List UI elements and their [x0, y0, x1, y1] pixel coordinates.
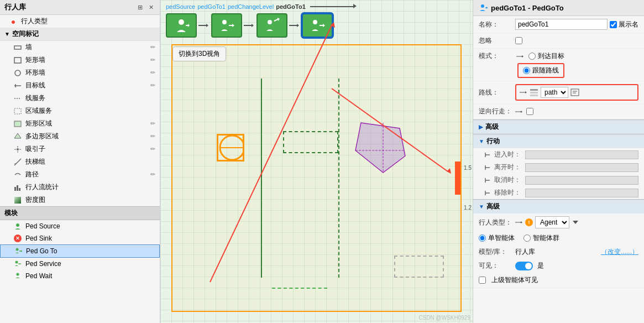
poly-area-icon	[13, 132, 22, 141]
svg-marker-41	[297, 24, 299, 27]
section-advanced2[interactable]: ▼ 高级	[473, 199, 644, 213]
collapse-icon[interactable]: ✕	[146, 3, 155, 12]
parent-agent-checkbox[interactable]	[479, 277, 486, 284]
mode-option2-label[interactable]: 跟随路线	[523, 66, 559, 75]
svg-point-54	[481, 4, 484, 8]
mode-option1-label[interactable]: 到达目标	[528, 51, 564, 61]
rect-area-edit-icon[interactable]: ✏	[150, 120, 155, 127]
sidebar-item-poly-area[interactable]: 多边形区域 ✏	[0, 130, 160, 143]
sidebar-item-line-service[interactable]: 线服务	[0, 92, 160, 105]
sidebar-item-flow-stats[interactable]: 行人流统计	[0, 181, 160, 194]
target-line-edit-icon[interactable]: ✏	[150, 82, 155, 89]
escalator-icon	[13, 158, 22, 166]
sidebar-item-path[interactable]: 路径 ✏	[0, 168, 160, 181]
svg-point-9	[17, 148, 19, 150]
route-select[interactable]: path	[541, 87, 568, 98]
svg-marker-79	[573, 221, 578, 224]
breadcrumb-source[interactable]: pedSource	[166, 3, 195, 10]
visible-toggle: 是	[515, 261, 544, 270]
expand-icon[interactable]: ⊞	[135, 3, 144, 12]
svg-rect-61	[530, 89, 538, 91]
route-label: 路线：	[479, 88, 512, 97]
sidebar-item-density-map[interactable]: 密度图	[0, 194, 160, 206]
canvas-circle	[217, 134, 244, 162]
sidebar-item-ped-service[interactable]: Ped Service	[0, 258, 160, 270]
multi-agent-label[interactable]: 智能体群	[523, 233, 559, 243]
sidebar-item-ped-sink[interactable]: ✕ Ped Sink	[0, 232, 160, 244]
sidebar-item-area-service[interactable]: 区域服务	[0, 105, 160, 117]
svg-marker-39	[278, 18, 280, 21]
switch-3d-button[interactable]: 切换到3D视角	[172, 46, 226, 61]
reverse-checkbox[interactable]	[526, 108, 533, 115]
flow-arrow-2	[244, 22, 255, 29]
dashed-rect-bottom	[394, 256, 444, 278]
name-input[interactable]	[515, 19, 608, 30]
flow-node-goto2[interactable]	[302, 13, 333, 38]
multi-radio[interactable]	[523, 235, 531, 242]
breadcrumb-change[interactable]: pedChangeLevel	[228, 3, 274, 10]
agent-select-wrap: ! Agent	[515, 216, 638, 228]
path-edit-icon[interactable]: ✏	[150, 171, 155, 178]
sidebar-item-ped-wait[interactable]: Ped Wait	[0, 270, 160, 282]
show-checkbox[interactable]	[610, 21, 617, 28]
enter-icon	[484, 152, 491, 158]
single-radio[interactable]	[479, 235, 486, 242]
advanced1-arrow-icon: ▶	[479, 124, 483, 130]
remove-icon	[484, 190, 491, 196]
sidebar-item-attractor[interactable]: 吸引子 ✏	[0, 143, 160, 155]
visible-toggle-switch[interactable]	[515, 262, 533, 270]
sidebar-section-space[interactable]: ▼ 空间标记	[0, 28, 160, 41]
mode-label: 模式：	[479, 51, 512, 61]
ped-sink-label: Ped Sink	[25, 235, 155, 242]
right-panel-header: pedGoTo1 - PedGoTo	[473, 0, 644, 16]
ring-wall-edit-icon[interactable]: ✏	[150, 69, 155, 76]
sidebar-item-wall[interactable]: 墙 ✏	[0, 41, 160, 54]
area-service-icon	[13, 107, 22, 116]
visible-value-text: 是	[537, 261, 544, 270]
section-advanced1[interactable]: ▶ 高级	[473, 119, 644, 134]
sidebar-item-ped-source[interactable]: Ped Source	[0, 220, 160, 232]
sidebar-item-escalator[interactable]: 扶梯组	[0, 155, 160, 168]
mode-radio1[interactable]	[528, 53, 536, 60]
breadcrumb-arrow	[310, 6, 354, 7]
attractor-edit-icon[interactable]: ✏	[150, 145, 155, 153]
sidebar-item-rect-area[interactable]: 矩形区域 ✏	[0, 117, 160, 130]
rect-wall-icon	[13, 56, 22, 65]
right-panel-icon	[479, 3, 488, 12]
agent-expand-icon[interactable]	[572, 218, 579, 226]
sidebar-item-target-line[interactable]: 目标线 ✏	[0, 79, 160, 92]
poly-area-edit-icon[interactable]: ✏	[150, 133, 155, 140]
sidebar-title: 行人库	[4, 2, 26, 12]
sidebar-item-ped-go-to[interactable]: Ped Go To	[0, 244, 160, 258]
flow-arrow-3	[289, 22, 300, 29]
wall-edit-icon[interactable]: ✏	[150, 44, 155, 51]
ignore-checkbox[interactable]	[515, 37, 522, 44]
show-label-text: 展示名	[619, 20, 638, 29]
leave-icon	[484, 164, 491, 171]
attractor-icon	[13, 145, 22, 154]
cancel-label: 取消时：	[494, 175, 522, 185]
flow-node-goto1[interactable]	[211, 13, 242, 38]
breadcrumb-goto1[interactable]: pedGoTo1	[197, 3, 226, 10]
sidebar-item-person-type[interactable]: ● 行人类型	[0, 15, 160, 28]
section-action[interactable]: ▼ 行动	[473, 134, 644, 148]
rect-wall-edit-icon[interactable]: ✏	[150, 56, 155, 64]
mode-option1-text: 到达目标	[538, 51, 564, 61]
flow-nodes-row	[166, 13, 333, 38]
single-agent-label[interactable]: 单智能体	[479, 233, 515, 243]
mode-radio2[interactable]	[523, 67, 530, 74]
route-edit-icon[interactable]	[570, 88, 579, 96]
model-change-link[interactable]: （改变......）	[601, 247, 638, 257]
flow-node-source[interactable]	[166, 13, 197, 38]
rect-wall-label: 矩形墙	[25, 55, 150, 65]
flow-node-change[interactable]	[256, 13, 287, 38]
multi-agent-text: 智能体群	[533, 233, 559, 243]
section-space-label: 空间标记	[12, 29, 39, 39]
canvas-container[interactable]: pedSource pedGoTo1 pedChangeLevel pedGoT…	[160, 0, 473, 323]
svg-marker-58	[522, 55, 523, 58]
agent-type-select[interactable]: Agent	[535, 216, 569, 228]
sidebar-item-ring-wall[interactable]: 环形墙 ✏	[0, 66, 160, 79]
sidebar-item-rect-wall[interactable]: 矩形墙 ✏	[0, 54, 160, 66]
reverse-icon	[515, 109, 523, 114]
svg-point-32	[222, 20, 227, 24]
